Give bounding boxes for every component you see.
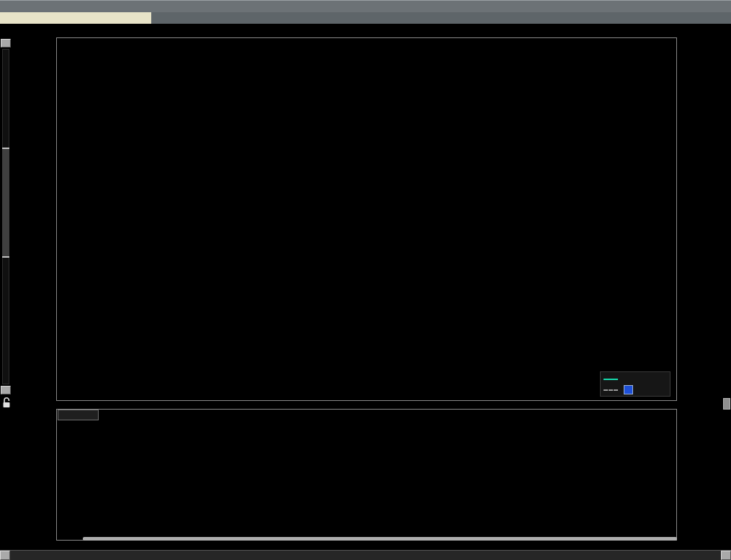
volume-chart: [56, 409, 677, 541]
series-line-swatch: [604, 379, 618, 380]
volume-title-box: [58, 410, 99, 420]
price-axis-left: [0, 37, 55, 401]
bottom-date-axis: [0, 541, 731, 550]
price-axis-right: [680, 37, 730, 401]
scroll-left-button[interactable]: [0, 551, 10, 560]
alert-price-badge-right: [0, 0, 28, 9]
volume-axis-right: [680, 409, 730, 541]
scroll-right-button[interactable]: [721, 551, 731, 560]
trading-chart-app: [0, 0, 731, 560]
bottom-scrollbar: [0, 550, 731, 560]
resize-grip[interactable]: [723, 398, 730, 410]
top-date-axis: [0, 24, 731, 37]
price-chart: [56, 37, 677, 401]
legend-prior-close-row[interactable]: [604, 384, 667, 395]
prior-close-dash-swatch: [604, 389, 618, 391]
company-name-cell[interactable]: [0, 12, 151, 24]
prior-close-checkbox[interactable]: [624, 385, 633, 394]
quote-value-row: [0, 12, 731, 24]
legend-series-row[interactable]: [604, 374, 667, 384]
quote-header-row: [0, 0, 731, 12]
volume-axis-left: [0, 409, 55, 541]
legend: [600, 371, 671, 397]
